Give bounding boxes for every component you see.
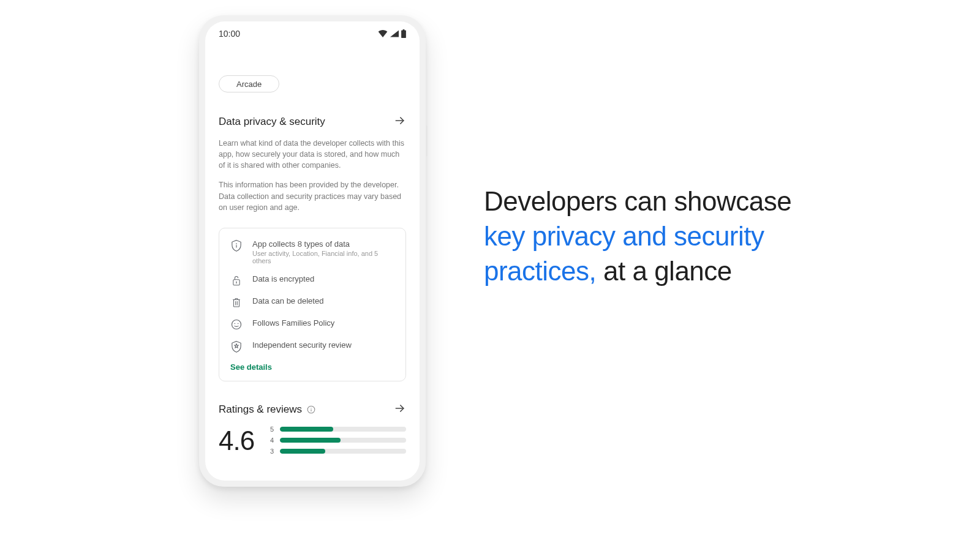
card-item-title: Independent security review [252, 340, 352, 350]
status-time: 10:00 [219, 29, 240, 39]
shield-star-icon [230, 340, 243, 353]
marketing-headline: Developers can showcase key privacy and … [484, 184, 827, 289]
chip-label: Arcade [236, 80, 262, 89]
card-item-title: App collects 8 types of data [252, 239, 394, 249]
headline-part-3: at a glance [596, 256, 732, 286]
phone-frame: 10:00 Arcade D [199, 15, 426, 487]
rating-bar-5: 5 [269, 425, 406, 433]
privacy-description: Learn what kind of data the developer co… [219, 138, 406, 213]
svg-rect-0 [401, 31, 406, 38]
section-title: Data privacy & security [219, 116, 325, 128]
privacy-paragraph-1: Learn what kind of data the developer co… [219, 138, 406, 171]
battery-icon [401, 29, 406, 38]
rating-bar-fill [280, 427, 333, 432]
arrow-right-icon [394, 114, 406, 129]
card-row-deletable: Data can be deleted [230, 296, 394, 309]
privacy-paragraph-2: This information has been provided by th… [219, 179, 406, 212]
info-icon [307, 405, 315, 414]
ratings-title: Ratings & reviews [219, 403, 302, 416]
svg-point-16 [235, 323, 236, 324]
card-row-encrypted: Data is encrypted [230, 274, 394, 287]
phone-side-button [426, 126, 428, 156]
rating-bar-4: 4 [269, 437, 406, 444]
privacy-section-header[interactable]: Data privacy & security [219, 114, 406, 129]
trash-icon [230, 296, 243, 309]
card-item-title: Data can be deleted [252, 296, 323, 305]
svg-point-6 [236, 281, 237, 282]
svg-point-19 [311, 408, 311, 408]
svg-point-17 [238, 323, 239, 324]
lock-icon [230, 274, 243, 287]
ratings-section-header[interactable]: Ratings & reviews [219, 402, 406, 417]
status-icons [378, 29, 406, 38]
wifi-icon [378, 30, 388, 37]
card-item-subtitle: User activity, Location, Fiancial info, … [252, 250, 394, 264]
ratings-body: 4.6 5 4 3 [219, 425, 406, 456]
card-row-security-review: Independent security review [230, 340, 394, 353]
category-chip-arcade[interactable]: Arcade [219, 75, 279, 92]
card-item-title: Data is encrypted [252, 274, 314, 283]
cellular-icon [390, 30, 399, 37]
privacy-card: App collects 8 types of data User activi… [219, 228, 406, 381]
rating-bar-fill [280, 438, 341, 443]
smile-icon [230, 318, 243, 331]
svg-rect-1 [402, 29, 404, 31]
phone-screen: 10:00 Arcade D [205, 21, 420, 481]
rating-bar-fill [280, 449, 325, 454]
svg-point-3 [236, 243, 237, 244]
svg-point-15 [232, 320, 241, 329]
card-row-families: Follows Families Policy [230, 318, 394, 331]
status-bar: 10:00 [205, 21, 420, 46]
card-item-title: Follows Families Policy [252, 318, 334, 328]
shield-info-icon [230, 239, 243, 252]
svg-rect-8 [234, 299, 239, 307]
rating-bar-3: 3 [269, 448, 406, 455]
headline-part-1: Developers can showcase [484, 186, 791, 216]
rating-score: 4.6 [219, 425, 254, 456]
see-details-link[interactable]: See details [230, 362, 272, 372]
card-row-data-types: App collects 8 types of data User activi… [230, 239, 394, 264]
arrow-right-icon [394, 402, 406, 417]
rating-bars: 5 4 3 [269, 425, 406, 455]
